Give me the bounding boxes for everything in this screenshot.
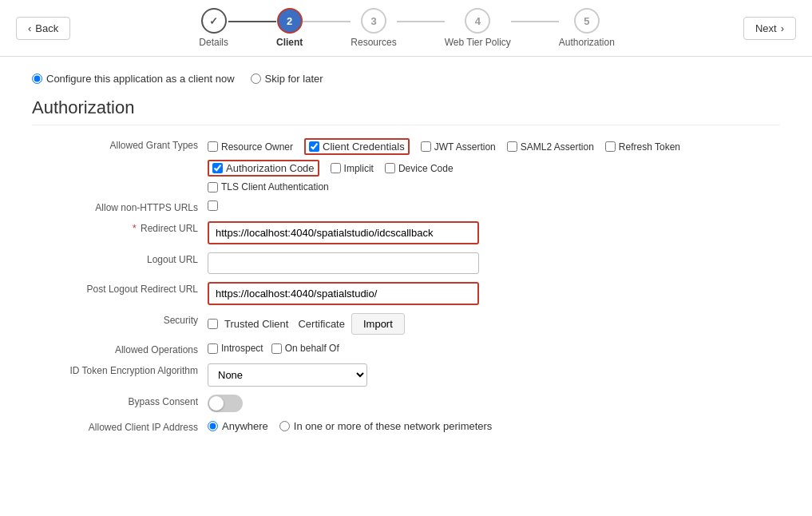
trusted-client-checkbox[interactable] xyxy=(208,319,218,329)
chevron-left-icon: ‹ xyxy=(28,22,31,34)
grant-types-row3: TLS Client Authentication xyxy=(208,181,680,193)
required-star: * xyxy=(133,223,137,234)
on-behalf-of-checkbox[interactable] xyxy=(271,343,282,354)
grant-implicit: Implicit xyxy=(331,163,374,174)
id-token-encryption-label: ID Token Encryption Algorithm xyxy=(32,363,208,376)
logout-url-row: Logout URL xyxy=(32,252,780,274)
grant-types-row1: Resource Owner Client Credentials JWT As… xyxy=(208,138,680,155)
step-web-tier-policy: 4 Web Tier Policy xyxy=(445,8,511,48)
connector-2-3 xyxy=(303,21,351,22)
tls-client-auth-checkbox[interactable] xyxy=(208,182,218,193)
step-authorization: 5 Authorization xyxy=(559,8,615,48)
step-details: ✓ Details xyxy=(199,8,228,48)
security-label: Security xyxy=(32,313,208,326)
connector-3-4 xyxy=(397,21,445,22)
resource-owner-checkbox[interactable] xyxy=(208,141,218,152)
allow-non-https-checkbox[interactable] xyxy=(208,200,218,211)
step-label-client: Client xyxy=(276,37,303,48)
grant-types-row: Allowed Grant Types Resource Owner Clien… xyxy=(32,138,780,193)
step-circle-web-tier-policy: 4 xyxy=(465,8,490,34)
configure-options: Configure this application as a client n… xyxy=(32,73,780,85)
redirect-url-input[interactable] xyxy=(208,221,479,244)
grant-types-row2: Authorization Code Implicit Device Code xyxy=(208,160,680,177)
post-logout-url-input[interactable] xyxy=(208,282,479,305)
main-content: Configure this application as a client n… xyxy=(0,57,812,457)
allow-non-https-row: Allow non-HTTPS URLs xyxy=(32,200,780,213)
bypass-consent-label: Bypass Consent xyxy=(32,395,208,407)
allowed-client-ip-row: Allowed Client IP Address Anywhere In on… xyxy=(32,420,780,433)
logout-url-input[interactable] xyxy=(208,252,479,274)
step-resources: 3 Resources xyxy=(351,8,396,48)
logout-url-label: Logout URL xyxy=(32,252,208,265)
redirect-url-row: * Redirect URL xyxy=(32,221,780,244)
stepper: ✓ Details 2 Client 3 Resources 4 Web Tie… xyxy=(199,8,615,48)
configure-now-radio[interactable] xyxy=(32,73,42,84)
post-logout-url-label: Post Logout Redirect URL xyxy=(32,282,208,295)
step-label-details: Details xyxy=(199,37,228,48)
authorization-code-checkbox[interactable] xyxy=(212,163,223,173)
grant-authorization-code-wrapper: Authorization Code xyxy=(208,160,319,177)
redirect-url-label-wrapper: * Redirect URL xyxy=(32,221,208,234)
step-circle-client: 2 xyxy=(277,8,303,34)
bypass-consent-toggle[interactable] xyxy=(208,395,243,412)
configure-option-later[interactable]: Skip for later xyxy=(251,73,323,85)
top-bar: ‹ Back ✓ Details 2 Client 3 Resources xyxy=(0,0,812,57)
post-logout-url-row: Post Logout Redirect URL xyxy=(32,282,780,305)
toggle-knob xyxy=(209,396,224,411)
back-button[interactable]: ‹ Back xyxy=(16,17,70,40)
step-label-web-tier-policy: Web Tier Policy xyxy=(445,37,511,48)
step-circle-authorization: 5 xyxy=(574,8,600,34)
next-button[interactable]: Next › xyxy=(743,17,796,40)
grant-saml2-assertion: SAML2 Assertion xyxy=(507,141,594,153)
introspect-checkbox[interactable] xyxy=(208,343,218,354)
on-behalf-of-option: On behalf Of xyxy=(271,343,339,354)
grant-refresh-token: Refresh Token xyxy=(605,141,680,153)
network-perimeters-radio[interactable] xyxy=(279,421,290,431)
introspect-option: Introspect xyxy=(208,343,263,354)
allowed-operations-label: Allowed Operations xyxy=(32,343,208,355)
network-perimeters-option[interactable]: In one or more of these network perimete… xyxy=(279,420,493,432)
refresh-token-checkbox[interactable] xyxy=(605,141,616,152)
step-label-authorization: Authorization xyxy=(559,37,615,48)
import-button[interactable]: Import xyxy=(351,313,405,335)
grant-client-credentials-wrapper: Client Credentials xyxy=(304,138,410,155)
grant-device-code: Device Code xyxy=(385,163,454,174)
id-token-encryption-select[interactable]: None RSA-OAEP RSA-OAEP-256 xyxy=(208,363,367,387)
bypass-consent-row: Bypass Consent xyxy=(32,395,780,412)
configure-later-radio[interactable] xyxy=(251,73,261,84)
section-title: Authorization xyxy=(32,97,780,125)
step-circle-details: ✓ xyxy=(201,8,227,34)
saml2-assertion-checkbox[interactable] xyxy=(507,141,517,152)
grant-types-label: Allowed Grant Types xyxy=(32,138,208,151)
anywhere-radio[interactable] xyxy=(208,421,218,431)
implicit-checkbox[interactable] xyxy=(331,163,341,173)
jwt-assertion-checkbox[interactable] xyxy=(421,141,431,152)
grant-jwt-assertion: JWT Assertion xyxy=(421,141,496,153)
chevron-right-icon: › xyxy=(781,22,784,34)
grant-resource-owner: Resource Owner xyxy=(208,141,293,153)
step-label-resources: Resources xyxy=(351,37,396,48)
client-credentials-checkbox[interactable] xyxy=(309,141,319,152)
security-row: Security Trusted Client Certificate Impo… xyxy=(32,313,780,335)
allow-non-https-label: Allow non-HTTPS URLs xyxy=(32,200,208,213)
device-code-checkbox[interactable] xyxy=(385,163,395,173)
connector-4-5 xyxy=(511,21,559,22)
allowed-client-ip-label: Allowed Client IP Address xyxy=(32,420,208,433)
anywhere-option[interactable]: Anywhere xyxy=(208,420,268,432)
step-client: 2 Client xyxy=(276,8,303,48)
configure-option-now[interactable]: Configure this application as a client n… xyxy=(32,73,235,85)
step-circle-resources: 3 xyxy=(361,8,386,34)
grant-tls-client-auth: TLS Client Authentication xyxy=(208,181,329,193)
connector-1-2 xyxy=(228,21,276,22)
id-token-encryption-row: ID Token Encryption Algorithm None RSA-O… xyxy=(32,363,780,387)
allowed-operations-row: Allowed Operations Introspect On behalf … xyxy=(32,343,780,355)
